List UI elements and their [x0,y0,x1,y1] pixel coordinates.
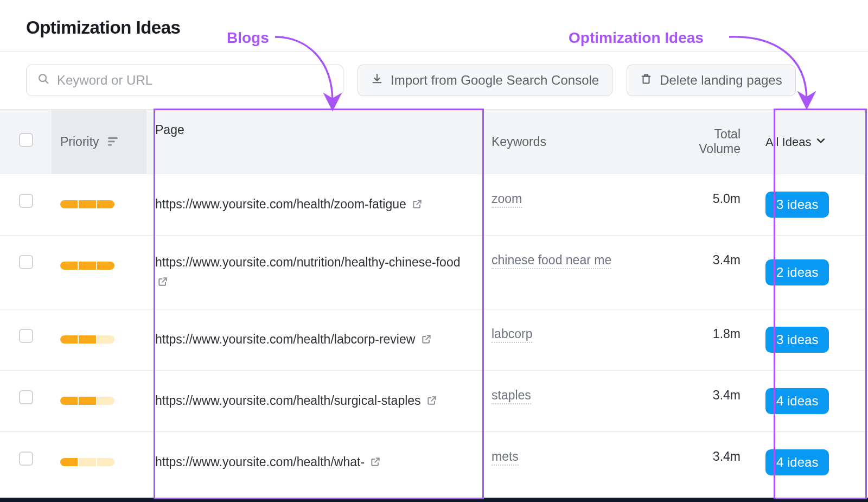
external-link-icon[interactable] [157,275,168,289]
external-link-icon[interactable] [412,197,423,211]
table-row: https://www.yoursite.com/health/labcorp-… [0,309,868,371]
page-url[interactable]: https://www.yoursite.com/health/surgical… [155,393,437,408]
search-input[interactable] [57,73,332,88]
delete-landing-pages-button[interactable]: Delete landing pages [627,65,796,96]
table-row: https://www.yoursite.com/health/surgical… [0,371,868,432]
col-header-volume[interactable]: Total Volume [665,110,757,174]
col-header-priority[interactable]: Priority [52,110,146,174]
page-url-text: https://www.yoursite.com/health/zoom-fat… [155,197,406,211]
chevron-down-icon [815,135,826,149]
svg-rect-4 [108,141,114,142]
page-url-text: https://www.yoursite.com/health/surgical… [155,393,421,408]
volume-value: 3.4m [713,449,741,463]
keyword-link[interactable]: mets [492,449,519,466]
volume-value: 3.4m [713,253,741,267]
priority-indicator [60,262,114,270]
page-url[interactable]: https://www.yoursite.com/health/labcorp-… [155,332,432,346]
volume-value: 1.8m [713,327,741,341]
import-gsc-label: Import from Google Search Console [391,73,599,88]
sort-desc-icon [108,135,118,149]
page-url[interactable]: https://www.yoursite.com/health/what- [155,455,381,469]
external-link-icon[interactable] [370,455,381,469]
keyword-link[interactable]: chinese food near me [492,253,611,269]
svg-rect-5 [108,144,112,145]
keyword-link[interactable]: staples [492,388,531,404]
table-row: https://www.yoursite.com/nutrition/healt… [0,236,868,309]
page-url[interactable]: https://www.yoursite.com/nutrition/healt… [155,255,461,289]
priority-indicator [60,458,114,466]
download-icon [371,73,383,88]
keyword-link[interactable]: labcorp [492,327,532,343]
ideas-filter-label: All Ideas [765,135,811,149]
col-header-keywords[interactable]: Keywords [483,110,665,174]
ideas-button[interactable]: 4 ideas [765,388,829,414]
row-checkbox[interactable] [19,390,33,404]
svg-rect-2 [643,76,649,83]
external-link-icon[interactable] [426,393,437,408]
import-gsc-button[interactable]: Import from Google Search Console [358,65,612,96]
page-url[interactable]: https://www.yoursite.com/health/zoom-fat… [155,197,423,211]
volume-value: 3.4m [713,388,741,402]
ideas-button[interactable]: 3 ideas [765,192,829,218]
table-row: https://www.yoursite.com/health/what- me… [0,432,868,493]
col-header-select [0,110,52,174]
page-url-text: https://www.yoursite.com/nutrition/healt… [155,255,461,269]
priority-indicator [60,200,114,208]
keyword-link[interactable]: zoom [492,192,522,208]
svg-line-1 [46,81,48,84]
search-icon [37,73,49,88]
priority-indicator [60,397,114,405]
ideas-filter-dropdown[interactable]: All Ideas [765,135,826,149]
toolbar: Import from Google Search Console Delete… [0,52,868,109]
col-header-priority-label: Priority [60,135,99,149]
select-all-checkbox[interactable] [19,133,33,147]
ideas-button[interactable]: 3 ideas [765,327,829,353]
page-url-text: https://www.yoursite.com/health/labcorp-… [155,332,415,346]
ideas-button[interactable]: 2 ideas [765,259,829,285]
search-input-wrapper[interactable] [26,65,343,96]
trash-icon [640,73,652,88]
page-title: Optimization Ideas [0,0,868,51]
delete-landing-pages-label: Delete landing pages [660,73,782,88]
svg-rect-3 [108,137,118,139]
row-checkbox[interactable] [19,255,33,269]
volume-value: 5.0m [713,192,741,206]
bottom-bar [0,498,868,502]
page-url-text: https://www.yoursite.com/health/what- [155,455,365,469]
table-row: https://www.yoursite.com/health/zoom-fat… [0,174,868,236]
row-checkbox[interactable] [19,194,33,208]
external-link-icon[interactable] [421,332,432,346]
row-checkbox[interactable] [19,452,33,466]
ideas-table: Priority Page Keywords Total Volume All … [0,109,868,493]
row-checkbox[interactable] [19,329,33,343]
ideas-button[interactable]: 4 ideas [765,449,829,475]
priority-indicator [60,335,114,344]
col-header-ideas[interactable]: All Ideas [757,110,868,174]
col-header-page[interactable]: Page [146,110,483,174]
